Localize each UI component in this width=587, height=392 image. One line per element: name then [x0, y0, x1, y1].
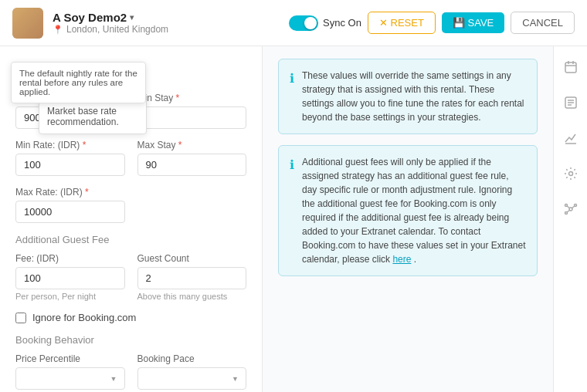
market-tooltip: Market base rate recommendation.	[39, 99, 147, 134]
min-stay-input[interactable]	[137, 106, 247, 129]
tooltip-text: The default nightly rate for the rental …	[19, 69, 137, 96]
info-box-2: ℹ Additional guest fees will only be app…	[278, 145, 538, 276]
min-rate-group: Min Rate: (IDR) *	[15, 140, 125, 176]
main-content: The default nightly rate for the rental …	[0, 46, 553, 392]
svg-line-19	[567, 210, 570, 212]
booking-pace-select[interactable]	[137, 367, 247, 390]
svg-line-17	[567, 206, 570, 208]
right-sidebar	[553, 46, 587, 392]
reset-button[interactable]: ✕ RESET	[368, 12, 436, 34]
max-stay-group: Max Stay *	[137, 140, 247, 176]
guest-count-group: Guest Count Above this many guests	[137, 253, 247, 301]
header: A Soy Demo2 ▾ 📍 London, United Kingdom S…	[0, 0, 587, 46]
sync-toggle[interactable]	[289, 15, 318, 31]
max-rate-label: Max Rate: (IDR) *	[15, 187, 246, 198]
header-info: A Soy Demo2 ▾ 📍 London, United Kingdom	[53, 11, 280, 35]
chart-icon[interactable]	[559, 127, 582, 150]
row-fee-guestcount: Fee: (IDR) Per person, Per night Guest C…	[15, 253, 246, 301]
booking-pace-select-wrap	[137, 367, 247, 390]
avatar	[12, 8, 43, 39]
title-text: A Soy Demo2	[53, 11, 127, 24]
list-icon[interactable]	[559, 91, 582, 114]
price-percentile-group: Price Percentile	[15, 353, 125, 390]
additional-fee-section-title: Additional Guest Fee	[15, 234, 246, 245]
info-icon-2: ℹ	[290, 156, 294, 266]
info-box-2-link[interactable]: here	[392, 254, 411, 265]
row-booking: Price Percentile Booking Pace	[15, 353, 246, 390]
guest-hint: Above this many guests	[137, 292, 247, 301]
price-percentile-select-wrap	[15, 367, 125, 390]
cancel-button[interactable]: CANCEL	[511, 12, 575, 34]
fee-label: Fee: (IDR)	[15, 253, 125, 264]
row-minrate-maxstay: Min Rate: (IDR) * Max Stay *	[15, 140, 246, 176]
main-layout: The default nightly rate for the rental …	[0, 46, 587, 392]
calendar-icon[interactable]	[559, 56, 582, 79]
fee-group: Fee: (IDR) Per person, Per night	[15, 253, 125, 301]
fee-input[interactable]	[15, 267, 125, 289]
left-panel: The default nightly rate for the rental …	[0, 46, 263, 392]
row-maxrate: Max Rate: (IDR) *	[15, 187, 246, 223]
min-stay-label: Min Stay *	[137, 93, 247, 103]
price-percentile-label: Price Percentile	[15, 353, 125, 364]
location-text: London, United Kingdom	[66, 24, 168, 35]
location-icon: 📍	[53, 25, 63, 35]
booking-pace-label: Booking Pace	[137, 353, 247, 364]
header-actions: Sync On ✕ RESET 💾 SAVE CANCEL	[289, 12, 575, 34]
base-rate-input-wrap: Market base rate recommendation.	[15, 106, 125, 129]
guest-count-input[interactable]	[137, 267, 247, 289]
ignore-booking-checkbox[interactable]	[15, 313, 26, 323]
property-location: 📍 London, United Kingdom	[53, 24, 280, 35]
price-percentile-select[interactable]	[15, 367, 125, 390]
right-panel: ℹ These values will override the same se…	[263, 46, 553, 392]
min-rate-input[interactable]	[15, 154, 125, 176]
info-icon-1: ℹ	[290, 69, 294, 124]
property-title: A Soy Demo2 ▾	[53, 11, 280, 24]
chevron-down-icon: ▾	[130, 13, 134, 22]
network-icon[interactable]	[559, 198, 582, 221]
max-rate-input[interactable]	[15, 201, 125, 223]
save-button[interactable]: 💾 SAVE	[442, 12, 504, 33]
max-stay-input[interactable]	[137, 154, 247, 176]
info-box-2-pre: Additional guest fees will only be appli…	[302, 157, 526, 265]
gear-icon[interactable]	[559, 162, 582, 185]
min-rate-label: Min Rate: (IDR) *	[15, 140, 125, 150]
booking-pace-group: Booking Pace	[137, 353, 247, 390]
info-box-1-text: These values will override the same sett…	[302, 69, 526, 124]
info-box-1: ℹ These values will override the same se…	[278, 59, 538, 134]
guest-count-label: Guest Count	[137, 253, 247, 264]
max-stay-label: Max Stay *	[137, 140, 247, 150]
svg-line-18	[572, 206, 575, 208]
sync-toggle-wrap: Sync On	[289, 15, 361, 31]
svg-point-12	[568, 172, 572, 176]
ignore-booking-row: Ignore for Booking.com	[15, 312, 246, 323]
base-rate-tooltip: The default nightly rate for the rental …	[11, 62, 146, 103]
ignore-booking-label: Ignore for Booking.com	[32, 312, 136, 323]
info-box-2-content: Additional guest fees will only be appli…	[302, 155, 526, 266]
fee-hint: Per person, Per night	[15, 292, 125, 301]
svg-rect-3	[565, 63, 576, 73]
info-box-2-post: .	[414, 254, 416, 265]
sync-label: Sync On	[323, 17, 361, 29]
min-stay-group: Min Stay *	[137, 93, 247, 129]
booking-behavior-title: Booking Behavior	[15, 334, 246, 346]
max-rate-group: Max Rate: (IDR) *	[15, 187, 246, 223]
